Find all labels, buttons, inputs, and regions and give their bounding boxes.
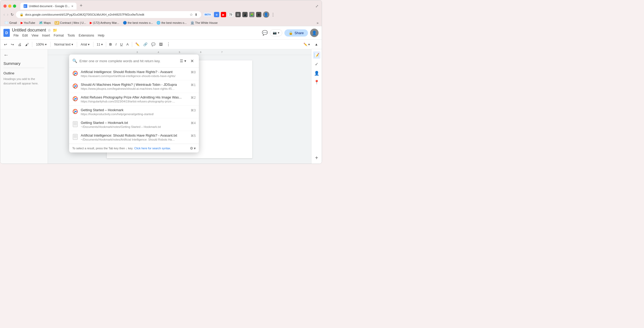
search-footer-text: To select a result, press the Tab key th…	[72, 147, 133, 150]
menu-edit[interactable]: Edit	[21, 33, 29, 38]
result-2-favicon	[72, 96, 78, 102]
result-1-content: Should AI Machines Have Rights? | Weintr…	[81, 83, 188, 90]
right-maps-button[interactable]: 📍	[313, 78, 320, 86]
ext-beta-icon[interactable]: BETA	[203, 13, 212, 16]
paint-format-button[interactable]: 🖌	[24, 41, 30, 48]
search-filter-button[interactable]: ☰ ▾	[180, 59, 186, 63]
window-expand-icon[interactable]: ⤢	[315, 4, 319, 8]
outline-hint: Headings you add to the document will ap…	[3, 77, 44, 86]
menu-format[interactable]: Format	[52, 33, 65, 38]
star-icon[interactable]: ☆	[48, 28, 51, 32]
result-1-shortcut: ⌘1	[191, 83, 196, 87]
bookmark-youtube[interactable]: ▶ YouTube	[20, 20, 36, 25]
bookmark-scribbler[interactable]: 🔵 the best movies o...	[122, 20, 154, 25]
new-tab-button[interactable]: +	[78, 2, 85, 9]
result-0-content: Artificial Intelligence: Should Robots H…	[81, 70, 188, 78]
ext-icon-5[interactable]: 🧩	[249, 12, 254, 17]
sidebar-back-button[interactable]: ←	[3, 52, 44, 58]
search-syntax-link[interactable]: Click here for search syntax.	[134, 147, 171, 150]
comments-button[interactable]: 💬	[262, 30, 268, 36]
add-widget-button[interactable]: +	[313, 154, 320, 161]
menu-insert[interactable]: Insert	[41, 33, 52, 38]
bookmarks-more-icon[interactable]: »	[317, 21, 319, 25]
active-tab[interactable]: D Untitled document - Google D... ✕	[20, 3, 77, 10]
collapse-toolbar-button[interactable]: ▲	[313, 41, 320, 47]
menu-view[interactable]: View	[30, 33, 40, 38]
ext-icon-2[interactable]: ▶	[221, 12, 226, 17]
ext-icon-4[interactable]: 📱	[242, 12, 248, 17]
docs-title[interactable]: Untitled document	[12, 28, 46, 33]
chrome-menu-button[interactable]: ⋮	[271, 12, 275, 17]
undo-button[interactable]: ↩	[2, 41, 9, 48]
result-1-favicon	[72, 83, 78, 89]
italic-button[interactable]: I	[114, 41, 118, 47]
bookmark-best-movies[interactable]: 🌐 the best movies o...	[155, 20, 187, 25]
menu-file[interactable]: File	[12, 33, 20, 38]
bookmark-white-house[interactable]: 🏛️ The White House	[189, 20, 219, 25]
left-sidebar: ← Summary Outline Headings you add to th…	[0, 49, 48, 164]
url-text: docs.google.com/document/d/12PygJGuGMJQ7…	[25, 13, 188, 16]
search-result-4[interactable]: Getting Started – Hookmark.txt ~/Documen…	[69, 118, 199, 131]
right-tasks-button[interactable]: ✓	[313, 60, 320, 68]
share-label: Share	[294, 31, 304, 35]
search-settings-button[interactable]: ⚙ ▾	[190, 146, 196, 150]
url-bar[interactable]: 🔒 docs.google.com/document/d/12PygJGuGMJ…	[16, 11, 201, 18]
redo-button[interactable]: ↪	[9, 41, 16, 48]
style-select[interactable]: Normal text ▾	[52, 42, 75, 47]
share-url-icon[interactable]: ⬆	[195, 13, 198, 17]
pen-edit-button[interactable]: ✏️ ▾	[301, 42, 312, 47]
menu-help[interactable]: Help	[96, 33, 106, 38]
search-result-0[interactable]: Artificial Intelligence: Should Robots H…	[69, 68, 199, 80]
right-notes-button[interactable]: 📝	[313, 51, 320, 59]
result-0-favicon	[72, 70, 78, 76]
link-button[interactable]: 🔗	[142, 41, 149, 47]
bold-button[interactable]: B	[108, 41, 113, 47]
ext-icon-6[interactable]: ⊞	[256, 12, 261, 17]
result-5-shortcut: ⌘5	[191, 134, 196, 138]
traffic-light-red[interactable]	[3, 5, 7, 8]
search-input[interactable]	[79, 59, 178, 63]
bookmark-star-icon[interactable]: ☆	[190, 12, 193, 17]
profile-avatar-chrome[interactable]: 👤	[263, 11, 269, 18]
tab-close-icon[interactable]: ✕	[71, 5, 73, 8]
share-button[interactable]: 🔒 Share	[284, 29, 308, 37]
highlight-button[interactable]: ✏️	[134, 41, 141, 47]
camera-icon: 📷	[273, 31, 277, 35]
menu-extensions[interactable]: Extensions	[77, 33, 96, 38]
print-button[interactable]: 🖨	[16, 41, 23, 48]
svg-point-7	[74, 85, 76, 87]
image-button[interactable]: 🖼	[158, 41, 164, 47]
zoom-select[interactable]: 100% ▾	[34, 42, 49, 47]
search-close-button[interactable]: ✕	[188, 57, 196, 65]
bookmark-lii[interactable]: LII Contract | Wex | U...	[53, 21, 87, 25]
ext-icon-1[interactable]: ⊕	[214, 12, 219, 17]
text-color-button[interactable]: A	[125, 41, 130, 47]
result-0-title: Artificial Intelligence: Should Robots H…	[81, 70, 188, 74]
font-size-select[interactable]: 11 ▾	[95, 42, 104, 47]
search-result-1[interactable]: Should AI Machines Have Rights? | Weintr…	[69, 80, 199, 93]
right-contacts-button[interactable]: 👤	[313, 69, 320, 77]
back-button[interactable]: ‹	[3, 12, 5, 17]
profile-avatar[interactable]: 👤	[310, 29, 319, 37]
more-toolbar-button[interactable]: ⋮	[165, 41, 172, 48]
bookmark-anthony[interactable]: ▶ (172) Anthony Mar...	[89, 20, 120, 25]
result-2-title: Artist Refuses Photography Prize After A…	[81, 95, 188, 99]
menu-tools[interactable]: Tools	[66, 33, 77, 38]
ext-badge-79[interactable]: 79	[228, 12, 234, 17]
forward-button[interactable]: ›	[7, 12, 8, 17]
bookmark-maps[interactable]: 🗺️ Maps	[38, 20, 52, 25]
search-result-3[interactable]: Getting Started – Hookmark https://hookp…	[69, 106, 199, 118]
meet-button[interactable]: 📷 ▾	[270, 29, 282, 36]
underline-button[interactable]: U	[119, 41, 124, 47]
comment-inline-button[interactable]: 💬	[150, 41, 157, 47]
ext-icon-3[interactable]: ☰	[235, 12, 241, 17]
search-result-2[interactable]: Artist Refuses Photography Prize After A…	[69, 93, 199, 106]
result-3-title: Getting Started – Hookmark	[81, 108, 188, 112]
traffic-light-yellow[interactable]	[8, 5, 11, 8]
bookmark-gmail[interactable]: ✉️ Gmail	[3, 20, 18, 25]
font-select[interactable]: Arial ▾	[79, 42, 92, 47]
folder-icon[interactable]: 📁	[53, 28, 57, 32]
traffic-light-green[interactable]	[13, 5, 16, 8]
reload-button[interactable]: ↻	[11, 12, 14, 17]
search-result-5[interactable]: Artificial Intelligence: Should Robots H…	[69, 131, 199, 144]
